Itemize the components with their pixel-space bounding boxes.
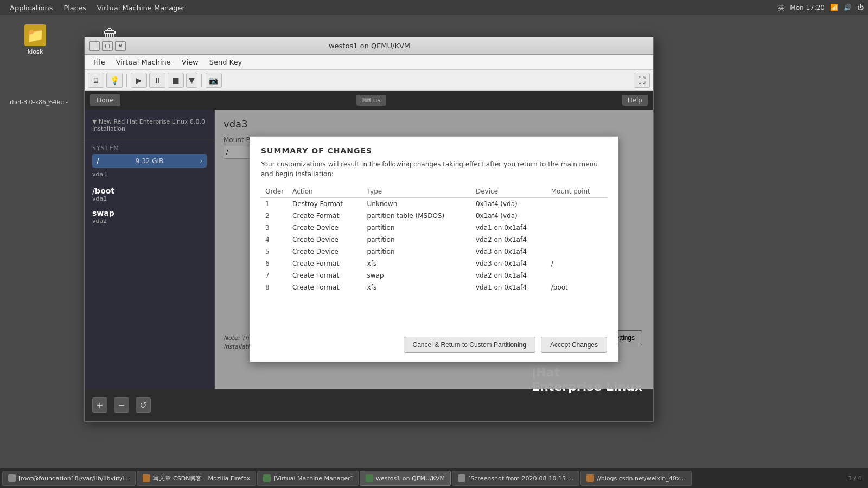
- keyboard-icon: ⌨: [362, 97, 371, 104]
- desktop-icon-label: kiosk: [28, 48, 43, 55]
- toolbar-separator-1: [126, 74, 127, 87]
- spacer: [261, 300, 607, 332]
- vm-toolbar: 🖥 💡 ▶ ⏸ ■ ▼ 📷 ⛶: [85, 70, 653, 91]
- stop-button[interactable]: ■: [168, 73, 184, 88]
- cancel-return-button[interactable]: Cancel & Return to Custom Partitioning: [404, 337, 535, 353]
- cell-action: Create Format: [288, 210, 362, 222]
- add-partition-button[interactable]: +: [92, 397, 107, 413]
- taskbar-page-indicator: 1 / 4: [848, 475, 866, 482]
- table-row: 2 Create Format partition table (MSDOS) …: [261, 210, 607, 222]
- col-order: Order: [261, 185, 288, 198]
- app-menu-applications[interactable]: Applications: [4, 3, 58, 13]
- vm-window-controls: _ □ ×: [89, 41, 126, 51]
- cell-type: partition: [363, 222, 471, 234]
- taskbar-dot-screenshot: [458, 474, 465, 482]
- refresh-button[interactable]: ↺: [136, 397, 151, 413]
- boot-device: vda1: [92, 195, 207, 202]
- accept-changes-button[interactable]: Accept Changes: [541, 337, 607, 353]
- minimize-button[interactable]: _: [89, 41, 100, 51]
- taskbar-item-browser[interactable]: //blogs.csdn.net/weixin_40x...: [580, 471, 691, 486]
- close-button[interactable]: ×: [115, 41, 126, 51]
- cell-action: Create Device: [288, 222, 362, 234]
- partition-root-bar[interactable]: / 9.32 GiB ›: [92, 154, 207, 168]
- keyboard-btn[interactable]: ⌨ us: [356, 95, 386, 106]
- swap-mount: swap: [92, 209, 207, 217]
- cell-mount: [547, 222, 607, 234]
- summary-description: Your customizations will result in the f…: [261, 159, 607, 179]
- cell-device: vda2 on 0x1af4: [471, 269, 547, 281]
- summary-title: SUMMARY OF CHANGES: [261, 146, 607, 155]
- help-button[interactable]: Help: [622, 95, 648, 106]
- vm-menu-virtual-machine[interactable]: Virtual Machine: [111, 56, 176, 68]
- desktop-icon-kiosk[interactable]: 📁 kiosk: [16, 24, 54, 55]
- cell-order: 2: [261, 210, 288, 222]
- taskbar-item-virt-manager[interactable]: [Virtual Machine Manager]: [257, 471, 359, 486]
- maximize-button[interactable]: □: [102, 41, 113, 51]
- taskbar-item-terminal[interactable]: [root@foundation18:/var/lib/libvirt/i...: [2, 471, 136, 486]
- cell-order: 4: [261, 234, 288, 246]
- app-menu-virt-manager[interactable]: Virtual Machine Manager: [92, 3, 190, 13]
- cell-type: partition: [363, 246, 471, 258]
- cell-action: Create Format: [288, 281, 362, 293]
- volume-icon: 🔊: [844, 4, 852, 11]
- taskbar-dot-firefox: [143, 474, 150, 482]
- pause-button[interactable]: ⏸: [149, 73, 165, 88]
- anaconda-installer: Done ⌨ us Help ▼ New Red Hat Enterpri: [85, 91, 653, 421]
- snapshot-btn[interactable]: ▼: [186, 73, 197, 88]
- taskbar-label-browser: //blogs.csdn.net/weixin_40x...: [597, 475, 685, 482]
- cell-device: vda2 on 0x1af4: [471, 234, 547, 246]
- taskbar-dot-virt: [263, 474, 271, 482]
- toolbar-separator-2: [201, 74, 202, 87]
- installation-header: ▼ New Red Hat Enterprise Linux 8.0.0 Ins…: [85, 115, 214, 139]
- root-device-label: vda3: [85, 170, 214, 183]
- boot-mount: /boot: [92, 187, 207, 195]
- usb-icon-btn[interactable]: 💡: [106, 73, 123, 88]
- cell-device: vda3 on 0x1af4: [471, 246, 547, 258]
- taskbar-item-screenshot[interactable]: [Screenshot from 2020-08-10 15-...: [452, 471, 579, 486]
- taskbar-item-vm[interactable]: westos1 on QEMU/KVM: [360, 471, 451, 486]
- back-done-button[interactable]: Done: [90, 94, 120, 106]
- monitor-icon-btn[interactable]: 🖥: [88, 73, 104, 88]
- root-size-label: 9.32 GiB: [136, 157, 163, 165]
- fullscreen-button[interactable]: ⛶: [634, 73, 650, 88]
- cell-type: Unknown: [363, 198, 471, 210]
- remove-partition-button[interactable]: −: [114, 397, 129, 413]
- taskbar-dot-vm: [366, 474, 373, 482]
- cell-type: xfs: [363, 281, 471, 293]
- app-menu-places[interactable]: Places: [58, 3, 91, 13]
- taskbar-label-screenshot: [Screenshot from 2020-08-10 15-...: [468, 475, 573, 482]
- vm-menu-file[interactable]: File: [88, 56, 111, 68]
- cell-device: 0x1af4 (vda): [471, 210, 547, 222]
- play-button[interactable]: ▶: [131, 73, 147, 88]
- changes-table: Order Action Type Device Mount point: [261, 185, 607, 293]
- swap-device: vda2: [92, 217, 207, 224]
- cell-order: 8: [261, 281, 288, 293]
- cell-mount: /boot: [547, 281, 607, 293]
- vm-menu-view[interactable]: View: [176, 56, 204, 68]
- table-row: 7 Create Format swap vda2 on 0x1af4: [261, 269, 607, 281]
- table-row: 5 Create Device partition vda3 on 0x1af4: [261, 246, 607, 258]
- display-btn[interactable]: 📷: [206, 73, 222, 88]
- cell-type: partition: [363, 234, 471, 246]
- col-type: Type: [363, 185, 471, 198]
- top-menubar: Applications Places Virtual Machine Mana…: [0, 0, 868, 15]
- taskbar-label-terminal: [root@foundation18:/var/lib/libvirt/i...: [18, 475, 130, 482]
- anaconda-main: ▼ New Red Hat Enterprise Linux 8.0.0 Ins…: [85, 110, 653, 389]
- partition-boot[interactable]: /boot vda1: [85, 183, 214, 206]
- cell-order: 1: [261, 198, 288, 210]
- language-indicator: 英: [778, 3, 784, 12]
- cell-order: 5: [261, 246, 288, 258]
- cell-action: Create Device: [288, 246, 362, 258]
- cell-type: swap: [363, 269, 471, 281]
- taskbar-item-firefox[interactable]: 写文章-CSDN博客 - Mozilla Firefox: [137, 471, 256, 486]
- summary-dialog-buttons: Cancel & Return to Custom Partitioning A…: [261, 337, 607, 353]
- table-row: 4 Create Device partition vda2 on 0x1af4: [261, 234, 607, 246]
- toolbar-right: ⛶: [634, 73, 650, 88]
- folder-icon: 📁: [24, 24, 46, 46]
- vm-content: Done ⌨ us Help ▼ New Red Hat Enterpri: [85, 91, 653, 421]
- partition-swap[interactable]: swap vda2: [85, 206, 214, 228]
- col-mount-point: Mount point: [547, 185, 607, 198]
- cell-order: 7: [261, 269, 288, 281]
- vm-menu-send-key[interactable]: Send Key: [204, 56, 247, 68]
- cell-type: partition table (MSDOS): [363, 210, 471, 222]
